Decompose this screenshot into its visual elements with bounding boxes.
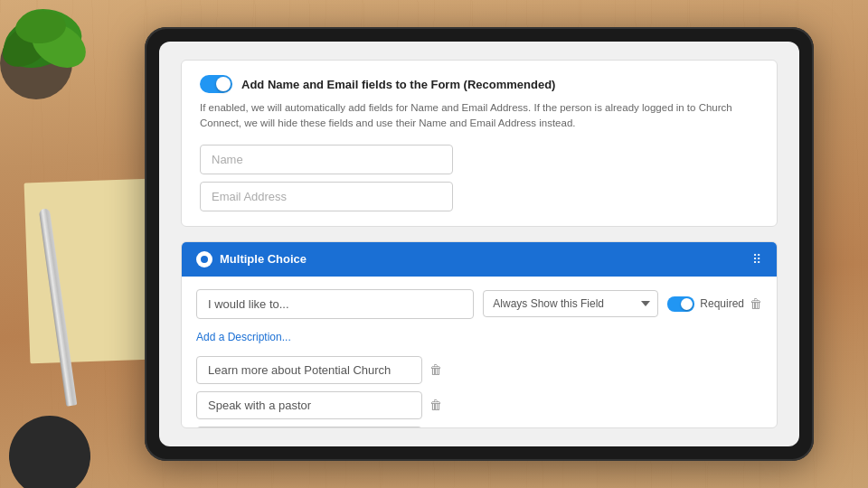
mc-header-left: Multiple Choice [196, 251, 307, 267]
question-delete-icon[interactable]: 🗑 [750, 296, 762, 311]
grid-icon[interactable]: ⠿ [752, 252, 762, 267]
mc-title: Multiple Choice [220, 252, 307, 266]
show-field-select[interactable]: Always Show this FieldConditionally Show… [483, 290, 658, 317]
multiple-choice-icon [196, 251, 212, 267]
tablet-frame: Add Name and Email fields to the Form (R… [145, 27, 814, 461]
name-field[interactable]: Name [200, 145, 453, 174]
toggle-label: Add Name and Email fields to the Form (R… [241, 78, 555, 91]
tablet-screen: Add Name and Email fields to the Form (R… [159, 42, 799, 446]
mc-question-row: Always Show this FieldConditionally Show… [196, 289, 762, 319]
content-area: Add Name and Email fields to the Form (R… [159, 42, 799, 446]
list-item: 🗑 [196, 391, 762, 419]
toggle-row: Add Name and Email fields to the Form (R… [200, 75, 759, 93]
required-toggle[interactable] [667, 296, 694, 312]
multiple-choice-section: Multiple Choice ⠿ Always Show this Field… [181, 241, 778, 429]
required-row: Required 🗑 [667, 296, 762, 312]
mc-body: Always Show this FieldConditionally Show… [182, 277, 777, 429]
notebook-decoration [24, 179, 157, 364]
choice-input-3[interactable] [196, 427, 422, 429]
choice-input-2[interactable] [196, 391, 422, 419]
plant-decoration [0, 0, 99, 108]
email-field[interactable]: Email Address [200, 182, 453, 211]
add-description-link[interactable]: Add a Description... [196, 331, 291, 343]
toggle-section: Add Name and Email fields to the Form (R… [181, 60, 778, 227]
add-name-email-toggle[interactable] [200, 75, 232, 93]
choice-delete-icon-1[interactable]: 🗑 [429, 362, 442, 377]
list-item: 🗑 [196, 427, 762, 429]
mc-header: Multiple Choice ⠿ [182, 242, 777, 277]
choice-delete-icon-2[interactable]: 🗑 [429, 398, 442, 412]
question-input[interactable] [196, 289, 474, 319]
list-item: 🗑 [196, 356, 762, 384]
toggle-description: If enabled, we will automatically add fi… [200, 100, 759, 132]
required-label: Required [700, 297, 744, 310]
coffee-cup-decoration [9, 416, 90, 488]
choice-input-1[interactable] [196, 356, 422, 384]
